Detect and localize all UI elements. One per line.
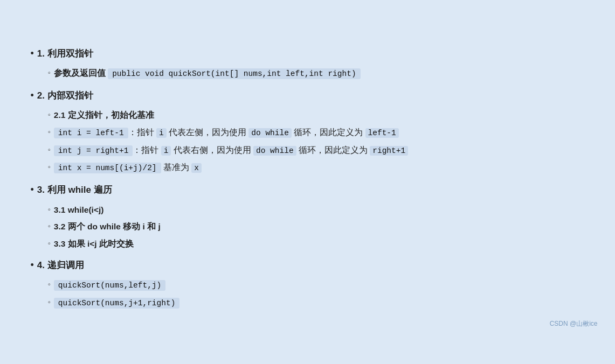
section-2: • 2. 内部双指针 ◦ 2.1 定义指针，初始化基准 ◦ int i = le… xyxy=(31,88,585,176)
section1-children: ◦ 参数及返回值 public void quickSort(int[] num… xyxy=(48,66,585,81)
section4-child-2: ◦ quickSort(nums,j+1,right) xyxy=(48,296,585,310)
bullet2-4-1: ◦ xyxy=(48,278,51,291)
section2-child1-text: 2.1 定义指针，初始化基准 xyxy=(54,108,154,122)
bullet2-2-3: ◦ xyxy=(48,143,51,156)
bullet2-3-1: ◦ xyxy=(48,203,51,216)
bullet2-2-1: ◦ xyxy=(48,108,51,121)
section4-child1-text: quickSort(nums,left,j) xyxy=(54,278,165,292)
watermark-text: CSDN @山楸ice xyxy=(550,319,598,328)
section2-children: ◦ 2.1 定义指针，初始化基准 ◦ int i = left-1：指针 i 代… xyxy=(48,108,585,175)
bullet2-4-2: ◦ xyxy=(48,296,51,309)
section4-child-1: ◦ quickSort(nums,left,j) xyxy=(48,278,585,292)
level1-item-2: • 2. 内部双指针 xyxy=(31,88,585,103)
bullet2-3-3: ◦ xyxy=(48,237,51,250)
bullet1-1: • xyxy=(31,46,34,61)
section2-child4-text: int x = nums[(i+j)/2] 基准为 x xyxy=(54,160,202,175)
section-1: • 1. 利用双指针 ◦ 参数及返回值 public void quickSor… xyxy=(31,46,585,81)
section2-child3-text: int j = right+1：指针 i 代表右侧，因为使用 do while … xyxy=(54,143,408,158)
section3-child-2: ◦ 3.2 两个 do while 移动 i 和 j xyxy=(48,220,585,234)
section3-title: 3. 利用 while 遍历 xyxy=(37,183,112,197)
section1-title: 1. 利用双指针 xyxy=(37,46,93,61)
bullet1-4: • xyxy=(31,258,34,272)
section3-children: ◦ 3.1 while(i<j) ◦ 3.2 两个 do while 移动 i … xyxy=(48,203,585,251)
section2-child-3: ◦ int j = right+1：指针 i 代表右侧，因为使用 do whil… xyxy=(48,143,585,158)
section1-child-1: ◦ 参数及返回值 public void quickSort(int[] num… xyxy=(48,66,585,81)
bullet1-3: • xyxy=(31,183,34,197)
section3-child2-text: 3.2 两个 do while 移动 i 和 j xyxy=(54,220,161,234)
section2-child-2: ◦ int i = left-1：指针 i 代表左侧，因为使用 do while… xyxy=(48,125,585,140)
level1-item-1: • 1. 利用双指针 xyxy=(31,46,585,61)
section-4: • 4. 递归调用 ◦ quickSort(nums,left,j) ◦ qui… xyxy=(31,258,585,310)
level1-item-3: • 3. 利用 while 遍历 xyxy=(31,183,585,197)
section-3: • 3. 利用 while 遍历 ◦ 3.1 while(i<j) ◦ 3.2 … xyxy=(31,183,585,250)
bullet1-2: • xyxy=(31,88,34,103)
bullet2-2-2: ◦ xyxy=(48,125,51,138)
section2-child-4: ◦ int x = nums[(i+j)/2] 基准为 x xyxy=(48,160,585,175)
section1-child1-text: 参数及返回值 public void quickSort(int[] nums,… xyxy=(54,66,361,81)
section2-title: 2. 内部双指针 xyxy=(37,88,93,103)
section3-child1-text: 3.1 while(i<j) xyxy=(54,203,104,217)
section2-child2-text: int i = left-1：指针 i 代表左侧，因为使用 do while 循… xyxy=(54,125,399,140)
bullet2-2-4: ◦ xyxy=(48,160,51,173)
section3-child-1: ◦ 3.1 while(i<j) xyxy=(48,203,585,217)
section4-title: 4. 递归调用 xyxy=(37,258,84,272)
section3-child3-text: 3.3 如果 i<j 此时交换 xyxy=(54,237,134,251)
section3-child-3: ◦ 3.3 如果 i<j 此时交换 xyxy=(48,237,585,251)
section4-child2-text: quickSort(nums,j+1,right) xyxy=(54,296,180,310)
level1-item-4: • 4. 递归调用 xyxy=(31,258,585,272)
bullet2-1-1: ◦ xyxy=(48,66,51,79)
bullet2-3-2: ◦ xyxy=(48,220,51,233)
section2-child-1: ◦ 2.1 定义指针，初始化基准 xyxy=(48,108,585,122)
section4-children: ◦ quickSort(nums,left,j) ◦ quickSort(num… xyxy=(48,278,585,310)
main-container: • 1. 利用双指针 ◦ 参数及返回值 public void quickSor… xyxy=(11,31,604,333)
